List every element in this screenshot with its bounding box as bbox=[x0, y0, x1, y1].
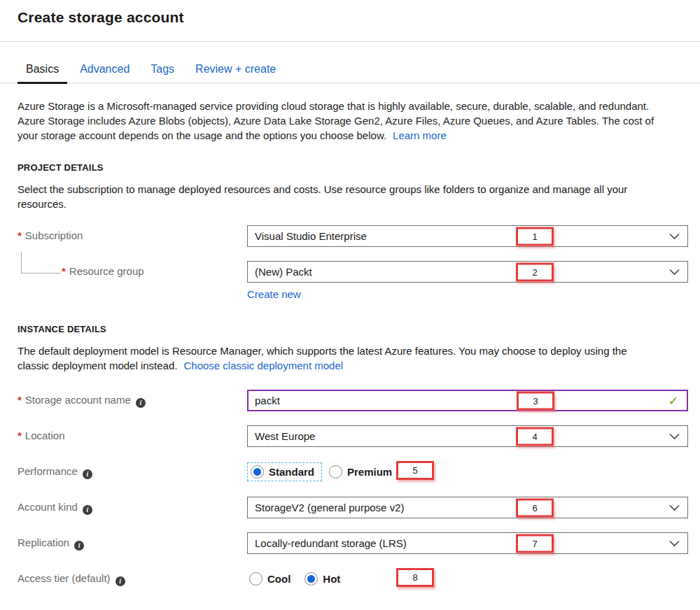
page-header: Create storage account bbox=[0, 0, 700, 42]
annotation-box-2: 2 bbox=[516, 262, 554, 281]
location-control: West Europe 4 bbox=[247, 425, 688, 447]
location-label: *Location bbox=[18, 425, 247, 441]
create-storage-account-page: Create storage account Basics Advanced T… bbox=[0, 0, 700, 610]
radio-standard[interactable]: Standard bbox=[247, 462, 322, 481]
description-line: classic deployment model instead.Choose … bbox=[18, 358, 688, 373]
tab-tags[interactable]: Tags bbox=[142, 63, 183, 83]
annotation-box-7: 7 bbox=[516, 534, 554, 553]
radio-premium-label: Premium bbox=[347, 466, 392, 478]
account-kind-label-text: Account kind bbox=[18, 501, 78, 513]
radio-hot[interactable]: Hot bbox=[298, 569, 347, 588]
annotation-box-1: 1 bbox=[516, 227, 554, 246]
required-marker: * bbox=[18, 430, 22, 441]
account-kind-control: StorageV2 (general purpose v2) 6 bbox=[247, 497, 688, 518]
resource-group-select[interactable]: (New) Packt 2 bbox=[247, 261, 688, 283]
access-tier-row: Access tier (default)i Cool Hot 8 bbox=[18, 568, 688, 590]
subscription-label-text: Subscription bbox=[25, 229, 83, 241]
chevron-down-icon bbox=[669, 269, 680, 275]
subscription-value: Visual Studio Enterprise bbox=[255, 230, 367, 242]
subscription-row: *Subscription Visual Studio Enterprise 1 bbox=[18, 225, 688, 247]
radio-cool[interactable]: Cool bbox=[247, 569, 298, 588]
radio-standard-label: Standard bbox=[269, 466, 314, 478]
location-row: *Location West Europe 4 bbox=[18, 425, 688, 447]
required-marker: * bbox=[18, 229, 22, 241]
intro-line: Azure Storage includes Azure Blobs (obje… bbox=[18, 113, 688, 128]
instance-details-heading: INSTANCE DETAILS bbox=[18, 324, 688, 334]
performance-label-text: Performance bbox=[18, 465, 78, 477]
description-line: resources. bbox=[18, 197, 688, 211]
tab-advanced[interactable]: Advanced bbox=[71, 63, 138, 83]
project-details-heading: PROJECT DETAILS bbox=[18, 162, 688, 173]
description-line-text: classic deployment model instead. bbox=[18, 360, 177, 371]
access-tier-radio-group: Cool Hot bbox=[247, 568, 688, 590]
info-icon[interactable]: i bbox=[83, 505, 92, 515]
storage-account-name-input-wrap: 3 ✓ bbox=[247, 390, 688, 411]
storage-account-name-control: 3 ✓ bbox=[247, 390, 688, 411]
access-tier-label-text: Access tier (default) bbox=[18, 572, 111, 584]
storage-account-name-row: *Storage account namei 3 ✓ bbox=[18, 390, 688, 411]
replication-row: Replicationi Locally-redundant storage (… bbox=[18, 532, 688, 554]
learn-more-link[interactable]: Learn more bbox=[393, 129, 447, 141]
replication-value: Locally-redundant storage (LRS) bbox=[255, 537, 407, 549]
location-select[interactable]: West Europe 4 bbox=[247, 425, 688, 447]
resource-group-value: (New) Packt bbox=[255, 266, 312, 278]
basics-tab-content: Azure Storage is a Microsoft-managed ser… bbox=[0, 99, 700, 590]
create-new-link[interactable]: Create new bbox=[247, 288, 301, 300]
tab-bar: Basics Advanced Tags Review + create bbox=[0, 42, 700, 83]
resource-group-label-inner: *Resource group bbox=[62, 265, 144, 277]
intro-paragraph: Azure Storage is a Microsoft-managed ser… bbox=[18, 99, 688, 143]
choose-classic-deployment-link[interactable]: Choose classic deployment model bbox=[183, 360, 343, 371]
info-icon[interactable]: i bbox=[115, 576, 125, 586]
performance-radio-group: Standard Premium bbox=[247, 461, 688, 483]
resource-group-control: (New) Packt 2 Create new bbox=[247, 261, 688, 300]
radio-unselected-icon bbox=[329, 465, 342, 478]
intro-line-text: your storage account depends on the usag… bbox=[18, 129, 386, 141]
chevron-down-icon bbox=[669, 433, 680, 439]
subscription-label: *Subscription bbox=[18, 225, 247, 241]
tab-basics[interactable]: Basics bbox=[18, 63, 67, 84]
required-marker: * bbox=[62, 265, 66, 277]
performance-control: Standard Premium 5 bbox=[247, 461, 688, 483]
radio-hot-label: Hot bbox=[323, 573, 340, 585]
description-line: Select the subscription to manage deploy… bbox=[18, 182, 688, 197]
radio-cool-label: Cool bbox=[267, 573, 290, 585]
intro-line: Azure Storage is a Microsoft-managed ser… bbox=[18, 99, 688, 113]
instance-details-description: The default deployment model is Resource… bbox=[18, 343, 688, 373]
replication-label: Replicationi bbox=[18, 532, 247, 551]
annotation-box-6: 6 bbox=[516, 498, 554, 517]
radio-selected-icon bbox=[304, 572, 318, 586]
replication-select[interactable]: Locally-redundant storage (LRS) 7 bbox=[247, 532, 688, 554]
annotation-box-8: 8 bbox=[396, 568, 434, 587]
subscription-select[interactable]: Visual Studio Enterprise 1 bbox=[247, 225, 688, 247]
account-kind-row: Account kindi StorageV2 (general purpose… bbox=[18, 497, 688, 518]
hierarchy-connector-line bbox=[21, 252, 61, 274]
valid-check-icon: ✓ bbox=[668, 393, 678, 408]
radio-unselected-icon bbox=[249, 572, 262, 586]
info-icon[interactable]: i bbox=[74, 541, 84, 551]
access-tier-control: Cool Hot 8 bbox=[247, 568, 688, 590]
location-value: West Europe bbox=[255, 430, 315, 442]
storage-account-name-label-text: Storage account name bbox=[25, 394, 131, 406]
account-kind-value: StorageV2 (general purpose v2) bbox=[255, 502, 404, 513]
radio-premium[interactable]: Premium bbox=[322, 462, 399, 481]
resource-group-label: *Resource group bbox=[18, 261, 247, 277]
location-label-text: Location bbox=[25, 430, 65, 441]
tab-review-create[interactable]: Review + create bbox=[187, 63, 284, 83]
resource-group-label-text: Resource group bbox=[69, 265, 144, 277]
info-icon[interactable]: i bbox=[83, 469, 92, 479]
intro-line: your storage account depends on the usag… bbox=[18, 128, 688, 143]
performance-row: Performancei Standard Premium 5 bbox=[18, 461, 688, 483]
access-tier-label: Access tier (default)i bbox=[18, 568, 247, 586]
project-details-description: Select the subscription to manage deploy… bbox=[18, 182, 688, 211]
account-kind-select[interactable]: StorageV2 (general purpose v2) 6 bbox=[247, 497, 688, 518]
chevron-down-icon bbox=[669, 504, 680, 511]
annotation-box-3: 3 bbox=[517, 391, 554, 410]
chevron-down-icon bbox=[669, 540, 680, 546]
performance-label: Performancei bbox=[18, 461, 247, 479]
info-icon[interactable]: i bbox=[136, 398, 146, 408]
replication-control: Locally-redundant storage (LRS) 7 bbox=[247, 532, 688, 554]
annotation-box-4: 4 bbox=[516, 427, 554, 446]
chevron-down-icon bbox=[669, 233, 680, 239]
description-line: The default deployment model is Resource… bbox=[18, 343, 688, 358]
required-marker: * bbox=[18, 394, 22, 406]
